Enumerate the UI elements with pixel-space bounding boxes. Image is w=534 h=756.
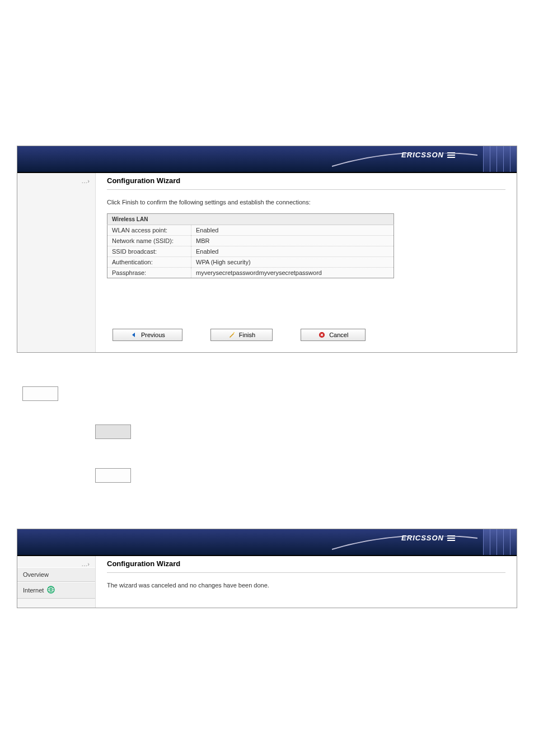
placeholder-button-1[interactable] [22,386,58,401]
page-title: Configuration Wizard [107,173,505,190]
placeholder-button-2[interactable] [95,424,131,439]
wizard-summary-panel: ERICSSON …› Configuration Wizard Click F… [17,146,517,353]
table-row: WLAN access point: Enabled [107,225,394,236]
passphrase-label: Passphrase: [107,268,191,278]
ericsson-stripes-icon [447,151,455,159]
ericsson-logo: ERICSSON [401,534,455,542]
cancel-icon [318,331,326,339]
wand-icon [228,331,236,339]
wizard-button-row: Previous Finish Cancel [107,329,505,341]
ssid-broadcast-label: SSID broadcast: [107,246,191,257]
arrow-left-icon [130,331,138,339]
svg-point-0 [233,332,235,333]
brand-text: ERICSSON [401,534,444,542]
wizard-sidebar: …› Overview Internet [17,556,96,608]
sidebar-item-overview[interactable]: Overview [17,567,95,582]
previous-label: Previous [141,332,165,338]
sidebar-item-internet[interactable]: Internet [17,582,95,599]
wlan-ap-value: Enabled [191,225,394,236]
brand-text: ERICSSON [401,151,444,159]
ericsson-stripes-icon [447,534,455,542]
cancel-label: Cancel [329,332,348,338]
breadcrumb-marker: …› [17,556,95,567]
auth-value: WPA (High security) [191,257,394,268]
wlan-section-header: Wireless LAN [107,214,394,225]
placeholder-buttons [17,386,517,484]
cancel-button[interactable]: Cancel [301,329,366,341]
instruction-text: Click Finish to confirm the following se… [107,199,505,206]
table-row: Passphrase: myverysecretpasswordmyveryse… [107,268,394,278]
auth-label: Authentication: [107,257,191,268]
canceled-message: The wizard was canceled and no changes h… [107,582,505,589]
wlan-ap-label: WLAN access point: [107,225,191,236]
sidebar-item-label: Internet [23,587,44,594]
wizard-sidebar: …› [17,173,96,352]
passphrase-value: myverysecretpasswordmyverysecretpassword [191,268,394,278]
globe-icon [47,586,55,595]
finish-label: Finish [239,332,255,338]
table-row: Network name (SSID): MBR [107,236,394,246]
finish-button[interactable]: Finish [210,329,273,341]
sidebar-item-label: Overview [23,571,49,578]
table-row: SSID broadcast: Enabled [107,246,394,257]
breadcrumb-marker: …› [17,173,95,184]
brand-header: ERICSSON [17,146,517,173]
table-row: Authentication: WPA (High security) [107,257,394,268]
header-decor [483,146,517,172]
brand-header: ERICSSON [17,529,517,556]
ssid-value: MBR [191,236,394,246]
header-decor [483,529,517,555]
ssid-broadcast-value: Enabled [191,246,394,257]
ssid-label: Network name (SSID): [107,236,191,246]
wireless-lan-table: Wireless LAN WLAN access point: Enabled … [107,213,394,278]
ericsson-logo: ERICSSON [401,151,455,159]
page-title: Configuration Wizard [107,556,505,573]
wizard-canceled-panel: ERICSSON …› Overview Internet [17,529,517,608]
placeholder-button-3[interactable] [95,468,131,483]
previous-button[interactable]: Previous [113,329,182,341]
